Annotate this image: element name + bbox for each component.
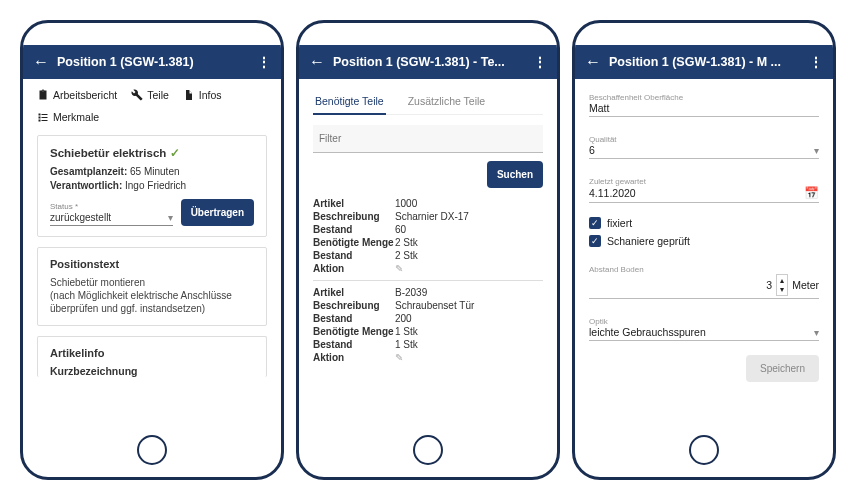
checkbox-fixed[interactable]: ✓ fixiert [589, 217, 819, 229]
article-info-card: Artikelinfo Kurzbezeichnung [37, 336, 267, 377]
more-icon[interactable]: ⋮ [257, 54, 271, 70]
position-text-card: Positionstext Schiebetür montieren (nach… [37, 247, 267, 326]
chevron-down-icon: ▾ [814, 145, 819, 156]
wrench-icon [131, 89, 143, 101]
calendar-icon[interactable]: 📅 [804, 186, 819, 200]
checkmark-icon: ✓ [170, 146, 180, 160]
home-button[interactable] [413, 435, 443, 465]
checkbox-checked-icon: ✓ [589, 235, 601, 247]
list-icon [37, 111, 49, 123]
page-title: Position 1 (SGW-1.381) - M ... [609, 55, 801, 69]
back-icon[interactable]: ← [585, 53, 601, 71]
page-title: Position 1 (SGW-1.381) - Te... [333, 55, 525, 69]
subtab-additional[interactable]: Zusätzliche Teile [406, 89, 487, 114]
subtab-required[interactable]: Benötigte Teile [313, 89, 386, 115]
more-icon[interactable]: ⋮ [809, 54, 823, 70]
task-card: Schiebetür elektrisch ✓ Gesamtplanzeit: … [37, 135, 267, 237]
document-icon [183, 89, 195, 101]
app-bar: ← Position 1 (SGW-1.381) - M ... ⋮ [575, 45, 833, 79]
home-button[interactable] [137, 435, 167, 465]
position-text-body: Schiebetür montieren (nach Möglichkeit e… [50, 276, 254, 315]
distance-field[interactable]: Abstand Boden 3 ▴▾ Meter [589, 261, 819, 299]
subtab-bar: Benötigte Teile Zusätzliche Teile [313, 89, 543, 115]
tab-teile[interactable]: Teile [131, 89, 169, 101]
page-title: Position 1 (SGW-1.381) [57, 55, 249, 69]
tab-merkmale[interactable]: Merkmale [37, 111, 99, 123]
more-icon[interactable]: ⋮ [533, 54, 547, 70]
edit-icon[interactable]: ✎ [395, 263, 403, 274]
chevron-down-icon: ▾ [814, 327, 819, 338]
status-select[interactable]: Status * zurückgestellt ▾ [50, 210, 173, 226]
search-button[interactable]: Suchen [487, 161, 543, 188]
tab-infos[interactable]: Infos [183, 89, 222, 101]
home-button[interactable] [689, 435, 719, 465]
checkbox-checked-icon: ✓ [589, 217, 601, 229]
chevron-down-icon: ▾ [168, 212, 173, 223]
phone-3: ← Position 1 (SGW-1.381) - M ... ⋮ Besch… [572, 20, 836, 480]
stepper-icon[interactable]: ▴▾ [776, 274, 788, 296]
save-button[interactable]: Speichern [746, 355, 819, 382]
app-bar: ← Position 1 (SGW-1.381) - Te... ⋮ [299, 45, 557, 79]
checkbox-hinges[interactable]: ✓ Schaniere geprüft [589, 235, 819, 247]
edit-icon[interactable]: ✎ [395, 352, 403, 363]
task-title: Schiebetür elektrisch [50, 147, 166, 159]
back-icon[interactable]: ← [309, 53, 325, 71]
quality-select[interactable]: Qualität 6▾ [589, 131, 819, 159]
tab-bar: Arbeitsbericht Teile Infos Merkmale [37, 89, 267, 123]
filter-input[interactable] [313, 125, 543, 153]
surface-field[interactable]: Beschaffenheit Oberfläche Matt [589, 89, 819, 117]
last-maintained-field[interactable]: Zuletzt gewartet 4.11.2020📅 [589, 173, 819, 203]
clipboard-icon [37, 89, 49, 101]
phone-1: ← Position 1 (SGW-1.381) ⋮ Arbeitsberich… [20, 20, 284, 480]
parts-list: Artikel1000 BeschreibungScharnier DX-17 … [313, 198, 543, 363]
optics-select[interactable]: Optik leichte Gebrauchsspuren▾ [589, 313, 819, 341]
tab-arbeitsbericht[interactable]: Arbeitsbericht [37, 89, 117, 101]
transfer-button[interactable]: Übertragen [181, 199, 254, 226]
phone-2: ← Position 1 (SGW-1.381) - Te... ⋮ Benöt… [296, 20, 560, 480]
app-bar: ← Position 1 (SGW-1.381) ⋮ [23, 45, 281, 79]
back-icon[interactable]: ← [33, 53, 49, 71]
